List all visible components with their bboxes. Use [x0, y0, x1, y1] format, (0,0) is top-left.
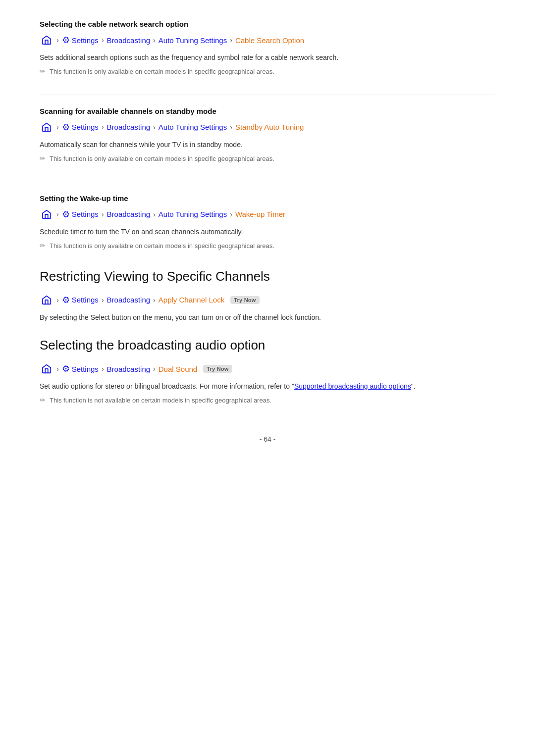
pencil-icon-wakeup: ✏ [40, 242, 46, 250]
cable-note-text: This function is only available on certa… [50, 67, 274, 77]
section-standby: Scanning for available channels on stand… [40, 107, 495, 164]
settings-link-wakeup[interactable]: ⚙ Settings [62, 209, 99, 220]
audio-description: Set audio options for stereo or bilingua… [40, 381, 495, 392]
sep13: › [56, 296, 59, 304]
channel-lock-link[interactable]: Apply Channel Lock [159, 296, 224, 304]
section-restricting: Restricting Viewing to Specific Channels… [40, 269, 495, 323]
wakeup-note-text: This function is only available on certa… [50, 241, 274, 251]
audio-note-text: This function is not available on certai… [50, 396, 271, 405]
sep17: › [102, 365, 104, 373]
broadcasting-link-standby[interactable]: Broadcasting [107, 123, 151, 131]
broadcasting-link-audio[interactable]: Broadcasting [107, 365, 151, 373]
home-icon-restricting [40, 293, 54, 307]
sep14: › [102, 296, 104, 304]
wakeup-note-row: ✏ This function is only available on cer… [40, 241, 495, 251]
divider-2 [40, 182, 495, 182]
try-now-badge-audio[interactable]: Try Now [203, 365, 232, 373]
sep12: › [230, 210, 232, 218]
divider-1 [40, 95, 495, 95]
sep16: › [56, 365, 59, 373]
sep4: › [230, 36, 232, 44]
settings-link-audio[interactable]: ⚙ Settings [62, 363, 99, 374]
gear-icon-restricting: ⚙ [62, 295, 70, 305]
pencil-icon-standby: ✏ [40, 154, 46, 162]
broadcasting-link-cable[interactable]: Broadcasting [107, 36, 151, 45]
home-icon-standby [40, 120, 54, 134]
pencil-icon-audio: ✏ [40, 396, 46, 404]
section-audio: Selecting the broadcasting audio option … [40, 338, 495, 405]
sep7: › [153, 123, 156, 131]
settings-link-restricting[interactable]: ⚙ Settings [62, 295, 99, 305]
sep6: › [102, 123, 104, 131]
broadcasting-link-wakeup[interactable]: Broadcasting [107, 210, 151, 218]
wakeup-timer-link[interactable]: Wake-up Timer [235, 210, 285, 218]
dual-sound-link[interactable]: Dual Sound [159, 365, 197, 373]
breadcrumb-wakeup: › ⚙ Settings › Broadcasting › Auto Tunin… [40, 207, 495, 221]
sep3: › [153, 36, 156, 44]
standby-description: Automatically scan for channels while yo… [40, 139, 495, 150]
gear-icon-cable: ⚙ [62, 35, 70, 46]
try-now-badge-restricting[interactable]: Try Now [230, 296, 259, 304]
settings-link-cable[interactable]: ⚙ Settings [62, 35, 99, 46]
standby-note-row: ✏ This function is only available on cer… [40, 154, 495, 164]
sep5: › [56, 123, 59, 131]
cable-search-link[interactable]: Cable Search Option [235, 36, 304, 45]
broadcasting-link-restricting[interactable]: Broadcasting [107, 296, 151, 304]
breadcrumb-cable: › ⚙ Settings › Broadcasting › Auto Tunin… [40, 33, 495, 47]
cable-description: Sets additional search options such as t… [40, 52, 495, 63]
restricting-description: By selecting the Select button on the me… [40, 312, 495, 323]
autotuning-link-wakeup[interactable]: Auto Tuning Settings [159, 210, 227, 218]
sep9: › [56, 210, 59, 218]
autotuning-link-cable[interactable]: Auto Tuning Settings [159, 36, 227, 45]
breadcrumb-restricting: › ⚙ Settings › Broadcasting › Apply Chan… [40, 293, 495, 307]
section-cable-search: Selecting the cable network search optio… [40, 20, 495, 77]
section-wakeup: Setting the Wake-up time › ⚙ Settings › … [40, 194, 495, 251]
cable-note-row: ✏ This function is only available on cer… [40, 67, 495, 77]
audio-title: Selecting the broadcasting audio option [40, 338, 495, 353]
gear-icon-standby: ⚙ [62, 122, 70, 133]
gear-icon-audio: ⚙ [62, 363, 70, 374]
standby-note-text: This function is only available on certa… [50, 154, 274, 164]
gear-icon-wakeup: ⚙ [62, 209, 70, 220]
standby-autotuning-link[interactable]: Standby Auto Tuning [235, 123, 304, 131]
wakeup-description: Schedule timer to turn the TV on and sca… [40, 226, 495, 237]
sep2: › [102, 36, 104, 44]
pencil-icon-cable: ✏ [40, 67, 46, 75]
sep8: › [230, 123, 232, 131]
page-number: - 64 - [40, 435, 495, 443]
section-heading-cable: Selecting the cable network search optio… [40, 20, 495, 28]
home-icon-wakeup [40, 207, 54, 221]
section-heading-standby: Scanning for available channels on stand… [40, 107, 495, 115]
restricting-title: Restricting Viewing to Specific Channels [40, 269, 495, 284]
sep18: › [153, 365, 156, 373]
sep1: › [56, 36, 59, 44]
breadcrumb-standby: › ⚙ Settings › Broadcasting › Auto Tunin… [40, 120, 495, 134]
autotuning-link-standby[interactable]: Auto Tuning Settings [159, 123, 227, 131]
section-heading-wakeup: Setting the Wake-up time [40, 194, 495, 202]
settings-link-standby[interactable]: ⚙ Settings [62, 122, 99, 133]
supported-audio-link[interactable]: Supported broadcasting audio options [294, 382, 411, 390]
sep11: › [153, 210, 156, 218]
audio-note-row: ✏ This function is not available on cert… [40, 396, 495, 405]
home-icon-audio [40, 362, 54, 376]
breadcrumb-audio: › ⚙ Settings › Broadcasting › Dual Sound… [40, 362, 495, 376]
sep10: › [102, 210, 104, 218]
home-icon [40, 33, 54, 47]
sep15: › [153, 296, 156, 304]
